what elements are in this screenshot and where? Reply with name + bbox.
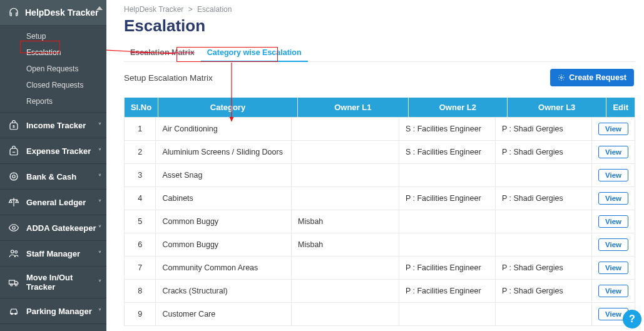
cell-category: Cracks (Structural) [156,280,292,302]
view-button[interactable]: View [598,123,628,135]
cell-slno: 2 [125,141,156,163]
sidebar-active-module-label: HelpDesk Tracker [25,8,99,18]
cell-slno: 5 [125,210,156,233]
table-row: 9Customer CareView [125,302,635,325]
sidebar-item-facility-activity[interactable]: Facility & Activity˅ [0,323,106,331]
view-button[interactable]: View [598,192,628,205]
cell-slno: 4 [125,187,156,210]
table-row: 4CabinetsP : Facilities EngineerP : Shad… [125,186,635,210]
cell-owner-l3: P : Shadi Gergies [496,118,592,140]
cell-owner-l2: S : Facilities Engineer [399,141,496,163]
cell-edit: View [592,280,635,302]
th-owner-l3: Owner L3 [508,98,606,117]
view-button[interactable]: View [598,146,628,158]
table-row: 3Asset SnagView [125,163,635,186]
view-button[interactable]: View [598,215,628,228]
chevron-down-icon: ˅ [98,279,101,286]
th-owner-l1: Owner L1 [298,98,409,117]
cell-owner-l3 [496,233,592,256]
cell-slno: 3 [125,164,156,186]
table-row: 8Cracks (Structural)P : Facilities Engin… [125,279,635,302]
sidebar-sub-escalation[interactable]: Escalation [0,44,106,61]
table-row: 1Air ConditioningS : Facilities Engineer… [125,117,635,140]
tabs: Escalation Matrix Category wise Escalati… [124,43,635,62]
svg-point-3 [13,227,16,230]
svg-point-4 [11,250,14,253]
tab-category-wise-escalation[interactable]: Category wise Escalation [201,43,308,62]
cell-owner-l2 [399,303,496,325]
cell-edit: View [592,210,635,233]
svg-point-2 [13,175,16,178]
cell-owner-l1: Misbah [292,233,399,256]
gear-icon [558,74,565,81]
view-button[interactable]: View [598,169,628,181]
view-button[interactable]: View [598,262,628,274]
cell-owner-l3: P : Shadi Gergies [496,187,592,210]
th-category: Category [158,98,298,117]
svg-point-8 [15,284,17,286]
cell-edit: View [592,164,635,186]
cell-owner-l3 [496,303,592,325]
cell-owner-l2: P : Facilities Engineer [399,257,496,279]
breadcrumb: HelpDesk Tracker > Escalation [124,5,635,14]
svg-rect-6 [9,280,15,284]
cell-slno: 7 [125,257,156,279]
table-row: 2Aluminium Screens / Sliding DoorsS : Fa… [125,140,635,163]
scale-icon [8,196,20,208]
table-row: 7Community Common AreasP : Facilities En… [125,256,635,279]
cell-owner-l1 [292,280,399,302]
sidebar-item-gatekeeper[interactable]: ADDA Gatekeeper˅ [0,215,106,240]
svg-point-7 [11,284,13,286]
cell-edit: View [592,141,635,163]
table-row: 5Common BuggyMisbahView [125,210,635,233]
sidebar-item-income-tracker[interactable]: $ Income Tracker˅ [0,112,106,138]
caret-up-icon [96,6,103,10]
sidebar-sub-open-requests[interactable]: Open Requests [0,61,106,77]
chevron-down-icon: ˅ [98,308,101,315]
sidebar-item-move-tracker[interactable]: Move In/Out Tracker˅ [0,266,106,298]
th-edit: Edit [606,98,635,117]
table-header: Sl.No Category Owner L1 Owner L2 Owner L… [125,98,635,117]
page-title: Escalation [124,16,635,36]
sidebar-item-staff-manager[interactable]: Staff Manager˅ [0,240,106,266]
cell-category: Customer Care [156,303,292,325]
sidebar-item-general-ledger[interactable]: General Ledger˅ [0,189,106,215]
chevron-down-icon: ˅ [98,250,101,257]
help-bubble[interactable]: ? [623,310,641,328]
svg-point-14 [561,77,563,79]
cell-edit: View [592,187,635,210]
cell-owner-l2 [399,164,496,186]
main-content: HelpDesk Tracker > Escalation Escalation… [106,0,644,331]
sidebar-sub-closed-requests[interactable]: Closed Requests [0,77,106,93]
sidebar-item-expense-tracker[interactable]: Expense Tracker˅ [0,138,106,163]
people-icon [8,247,20,260]
create-request-button[interactable]: Create Request [550,69,634,86]
sidebar-active-module[interactable]: HelpDesk Tracker [0,0,106,26]
cell-slno: 9 [125,303,156,325]
sidebar-sub-setup[interactable]: Setup [0,28,106,44]
cell-owner-l3: P : Shadi Gergies [496,257,592,279]
cell-owner-l1 [292,118,399,140]
tab-escalation-matrix[interactable]: Escalation Matrix [124,43,201,61]
view-button[interactable]: View [598,285,628,297]
sidebar-sub-reports[interactable]: Reports [0,93,106,109]
chevron-down-icon: ˅ [98,173,101,180]
th-slno: Sl.No [125,98,158,117]
cell-slno: 1 [125,118,156,140]
svg-point-1 [10,173,18,180]
view-button[interactable]: View [598,238,628,251]
cell-slno: 8 [125,280,156,302]
sidebar-item-bank-cash[interactable]: Bank & Cash˅ [0,163,106,189]
sidebar: HelpDesk Tracker Setup Escalation Open R… [0,0,106,331]
cell-category: Cabinets [156,187,292,210]
escalation-table: Sl.No Category Owner L1 Owner L2 Owner L… [124,98,635,326]
cell-owner-l2 [399,233,496,256]
table-row: 6Common BuggyMisbahView [125,233,635,256]
bag-dash-icon [8,145,20,157]
cell-category: Aluminium Screens / Sliding Doors [156,141,292,163]
sidebar-item-parking-manager[interactable]: Parking Manager˅ [0,298,106,323]
cell-edit: View [592,118,635,140]
svg-text:$: $ [13,125,15,128]
cell-owner-l3: P : Shadi Gergies [496,141,592,163]
sidebar-submenu: Setup Escalation Open Requests Closed Re… [0,26,106,112]
